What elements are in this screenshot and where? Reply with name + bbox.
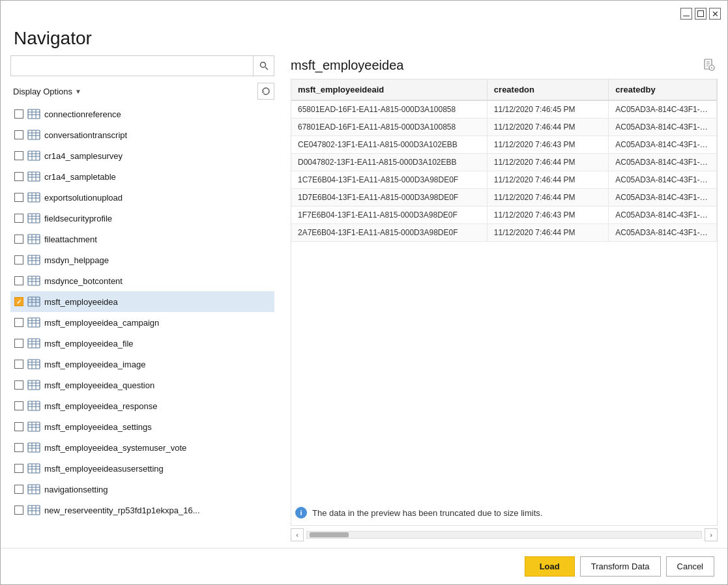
preview-options-button[interactable] (701, 57, 718, 74)
svg-rect-2 (28, 109, 40, 119)
bottom-bar: Load Transform Data Cancel (1, 548, 727, 584)
list-item[interactable]: msdyn_helppage (10, 250, 274, 270)
svg-rect-37 (28, 255, 40, 264)
page-title: Navigator (1, 21, 727, 55)
table-cell: 11/12/2020 7:46:43 PM (487, 136, 608, 154)
display-options-button[interactable]: Display Options ▼ (10, 85, 84, 98)
table-cell: 11/12/2020 7:46:44 PM (487, 224, 608, 242)
table-row: 1D7E6B04-13F1-EA11-A815-000D3A98DE0F11/1… (291, 189, 717, 207)
item-checkbox[interactable] (14, 193, 23, 202)
item-checkbox[interactable] (14, 172, 23, 181)
list-item[interactable]: msft_employeeidea_systemuser_vote (10, 437, 274, 458)
list-item[interactable]: exportsolutionupload (10, 187, 274, 208)
search-input[interactable] (11, 56, 253, 76)
list-item[interactable]: msdynce_botcontent (10, 270, 274, 291)
refresh-button[interactable] (257, 83, 274, 100)
svg-rect-22 (28, 193, 40, 202)
svg-point-0 (260, 63, 265, 68)
table-header-row: msft_employeeideaid createdon createdby (291, 79, 717, 100)
list-item[interactable]: msft_employeeidea_file (10, 333, 274, 354)
maximize-button[interactable] (695, 8, 706, 20)
item-checkbox[interactable] (14, 151, 23, 160)
item-checkbox[interactable] (14, 485, 23, 494)
table-cell: 11/12/2020 7:46:43 PM (487, 207, 608, 224)
item-label: msft_employeeidea_systemuser_vote (44, 443, 186, 453)
table-row: 67801EAD-16F1-EA11-A815-000D3A10085811/1… (291, 119, 717, 136)
minimize-button[interactable] (680, 8, 692, 20)
item-label: msdynce_botcontent (44, 276, 123, 286)
scroll-right-button[interactable]: › (705, 528, 718, 541)
left-panel: Display Options ▼ connectionreference (10, 55, 281, 544)
table-cell: AC05AD3A-814C-43F1-87... (609, 119, 717, 136)
search-button[interactable] (253, 56, 274, 76)
list-item[interactable]: fieldsecurityprofile (10, 208, 274, 229)
item-checkbox[interactable] (14, 339, 23, 348)
list-item[interactable]: msft_employeeidea_response (10, 395, 274, 416)
svg-rect-67 (28, 380, 40, 390)
item-checkbox[interactable] (14, 297, 23, 306)
item-checkbox[interactable] (14, 506, 23, 515)
list-item[interactable]: connectionreference (10, 104, 274, 124)
data-table: msft_employeeideaid createdon createdby … (291, 79, 717, 242)
table-cell: AC05AD3A-814C-43F1-87... (609, 154, 717, 171)
item-label: new_reserveentity_rp53fd1p1ekxpa_16... (44, 506, 200, 515)
list-item[interactable]: navigationsetting (10, 479, 274, 500)
list-item[interactable]: msft_employeeideasusersetting (10, 458, 274, 479)
item-checkbox[interactable] (14, 130, 23, 139)
item-checkbox[interactable] (14, 214, 23, 223)
table-cell: CE047802-13F1-EA11-A815-000D3A102EBB (291, 136, 487, 154)
list-item[interactable]: new_reserveentity_rp53fd1p1ekxpa_16... (10, 500, 274, 521)
list-item[interactable]: cr1a4_sampletable (10, 166, 274, 187)
list-item[interactable]: msft_employeeidea (10, 291, 274, 312)
item-checkbox[interactable] (14, 318, 23, 327)
table-cell: 11/12/2020 7:46:44 PM (487, 154, 608, 171)
preview-header: msft_employeeidea (291, 55, 718, 74)
load-button[interactable]: Load (525, 556, 575, 577)
table-icon (27, 463, 40, 474)
item-checkbox[interactable] (14, 255, 23, 264)
table-icon (27, 130, 40, 140)
svg-rect-12 (28, 151, 40, 160)
table-icon (27, 276, 40, 286)
display-options-label: Display Options (13, 87, 72, 96)
svg-rect-97 (28, 506, 40, 515)
svg-rect-72 (28, 401, 40, 410)
svg-rect-82 (28, 443, 40, 452)
table-cell: 11/12/2020 7:46:44 PM (487, 119, 608, 136)
item-checkbox[interactable] (14, 464, 23, 473)
svg-line-1 (265, 67, 268, 70)
table-cell: AC05AD3A-814C-43F1-87... (609, 224, 717, 242)
scroll-left-button[interactable]: ‹ (291, 528, 304, 541)
svg-rect-77 (28, 422, 40, 431)
list-item[interactable]: cr1a4_samplesurvey (10, 145, 274, 166)
table-icon (27, 380, 40, 390)
item-checkbox[interactable] (14, 443, 23, 452)
item-checkbox[interactable] (14, 360, 23, 369)
cancel-button[interactable]: Cancel (666, 556, 714, 577)
list-item[interactable]: msft_employeeidea_settings (10, 416, 274, 437)
table-icon (27, 484, 40, 494)
item-checkbox[interactable] (14, 380, 23, 390)
table-icon (27, 359, 40, 369)
item-checkbox[interactable] (14, 422, 23, 431)
list-item[interactable]: msft_employeeidea_campaign (10, 312, 274, 333)
table-cell: 11/12/2020 7:46:45 PM (487, 100, 608, 119)
truncated-text: The data in the preview has been truncat… (312, 508, 542, 518)
svg-rect-7 (28, 130, 40, 139)
list-item[interactable]: msft_employeeidea_image (10, 354, 274, 375)
table-icon (27, 171, 40, 182)
transform-data-button[interactable]: Transform Data (580, 556, 661, 577)
svg-rect-17 (28, 172, 40, 181)
item-checkbox[interactable] (14, 235, 23, 244)
list-item[interactable]: msft_employeeidea_question (10, 375, 274, 395)
hscroll-track[interactable] (306, 531, 702, 539)
table-row: 2A7E6B04-13F1-EA11-A815-000D3A98DE0F11/1… (291, 224, 717, 242)
item-label: exportsolutionupload (44, 193, 123, 203)
list-item[interactable]: fileattachment (10, 229, 274, 250)
item-checkbox[interactable] (14, 109, 23, 119)
close-button[interactable]: ✕ (709, 8, 721, 20)
item-checkbox[interactable] (14, 276, 23, 285)
list-item[interactable]: conversationtranscript (10, 124, 274, 145)
table-icon (27, 234, 40, 244)
item-checkbox[interactable] (14, 401, 23, 410)
